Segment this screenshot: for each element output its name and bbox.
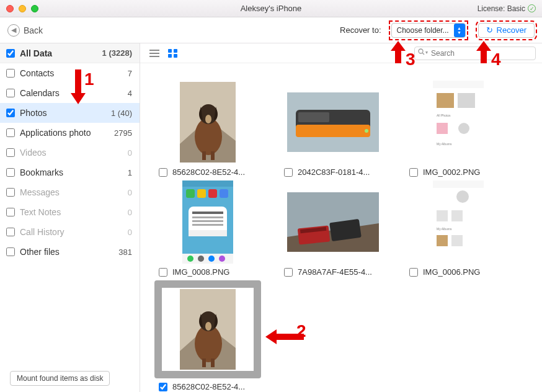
sidebar-item-checkbox[interactable] — [6, 148, 15, 157]
svg-rect-22 — [433, 81, 484, 88]
svg-rect-39 — [192, 224, 223, 226]
photo-checkbox[interactable] — [159, 383, 167, 391]
sidebar-item-checkbox[interactable] — [6, 89, 15, 97]
photo-caption: IMG_0008.PNG — [155, 267, 260, 277]
photo-item[interactable]: All PhotosMy AlbumsIMG_0002.PNG — [406, 81, 511, 177]
photo-item[interactable]: 85628C02-8E52-4... — [155, 81, 260, 177]
sidebar-item-videos[interactable]: Videos0 — [0, 143, 140, 163]
sidebar-item-call-history[interactable]: Call History0 — [0, 222, 140, 242]
photo-checkbox[interactable] — [159, 168, 167, 177]
svg-point-53 — [456, 190, 469, 203]
sidebar-item-checkbox[interactable] — [6, 109, 15, 117]
sidebar-item-label: Calendars — [20, 88, 60, 98]
svg-line-8 — [422, 53, 424, 55]
svg-point-13 — [205, 115, 211, 123]
photo-item[interactable]: 2042C83F-0181-4... — [280, 81, 386, 177]
sidebar-item-other-files[interactable]: Other files381 — [0, 242, 140, 262]
svg-rect-64 — [202, 359, 206, 367]
sidebar-item-checkbox[interactable] — [6, 208, 15, 216]
license-badge[interactable]: License: Basic ✓ — [478, 4, 536, 13]
photo-filename: IMG_0008.PNG — [172, 267, 230, 277]
svg-text:My Albums: My Albums — [437, 227, 452, 231]
minimize-window-button[interactable] — [19, 5, 26, 12]
sidebar-item-messages[interactable]: Messages0 — [0, 182, 140, 202]
sidebar-item-label: Photos — [20, 108, 47, 118]
svg-point-42 — [187, 256, 193, 262]
zoom-window-button[interactable] — [31, 5, 38, 12]
choose-folder-label: Choose folder... — [397, 26, 449, 35]
sidebar-item-checkbox[interactable] — [6, 69, 15, 78]
sidebar-item-label: Contacts — [20, 68, 54, 78]
license-label: License: Basic — [478, 4, 525, 13]
svg-rect-26 — [437, 123, 448, 134]
choose-folder-dropdown[interactable]: Choose folder... ▲▼ — [391, 23, 466, 38]
sidebar-item-checkbox[interactable] — [6, 49, 15, 58]
svg-point-44 — [208, 256, 215, 262]
photo-thumbnail: All PhotosMy Albums — [412, 81, 504, 164]
close-window-button[interactable] — [6, 5, 14, 12]
sidebar-item-bookmarks[interactable]: Bookmarks1 — [0, 163, 140, 182]
mount-items-button[interactable]: Mount found items as disk — [10, 371, 110, 386]
photo-caption: 7A98A7AF-4E55-4... — [280, 267, 386, 277]
sidebar-item-checkbox[interactable] — [6, 228, 15, 236]
photo-caption: 2042C83F-0181-4... — [280, 167, 386, 177]
recover-icon: ↻ — [486, 25, 493, 35]
svg-rect-55 — [451, 210, 463, 221]
photo-item[interactable]: 85628C02-8E52-4... — [155, 280, 260, 391]
sidebar-item-label: Bookmarks — [20, 167, 63, 177]
sidebar-item-text-notes[interactable]: Text Notes0 — [0, 202, 140, 222]
grid-icon — [168, 49, 178, 58]
photo-checkbox[interactable] — [409, 168, 418, 177]
grid-view-button[interactable] — [165, 47, 181, 60]
photo-filename: 2042C83F-0181-4... — [298, 167, 370, 177]
sidebar-item-label: Videos — [20, 148, 47, 158]
sidebar-item-count: 0 — [128, 148, 132, 158]
photo-caption: IMG_0006.PNG — [406, 267, 511, 277]
photo-caption: IMG_0002.PNG — [406, 167, 511, 177]
photo-checkbox[interactable] — [284, 168, 293, 177]
photo-item[interactable]: IMG_0008.PNG — [155, 180, 260, 277]
sidebar-item-count: 381 — [118, 247, 132, 257]
svg-text:All Photos: All Photos — [437, 114, 451, 117]
svg-rect-15 — [211, 151, 215, 160]
sidebar-item-applications-photo[interactable]: Applications photo2795 — [0, 123, 140, 143]
svg-rect-0 — [149, 50, 159, 51]
back-button[interactable]: ◀ Back — [7, 24, 43, 37]
svg-rect-37 — [192, 216, 223, 218]
svg-point-43 — [198, 256, 204, 262]
sidebar-item-label: Call History — [20, 227, 64, 237]
photo-filename: IMG_0002.PNG — [423, 167, 481, 177]
photo-checkbox[interactable] — [284, 268, 293, 277]
sidebar-item-count: 1 (3228) — [102, 48, 132, 58]
sidebar-item-contacts[interactable]: Contacts7 — [0, 63, 140, 83]
recover-button[interactable]: ↻ Recover — [478, 23, 535, 38]
svg-rect-54 — [437, 210, 448, 221]
sidebar-item-calendars[interactable]: Calendars4 — [0, 83, 140, 103]
chevron-down-icon: ▾ — [425, 50, 428, 55]
photo-caption: 85628C02-8E52-4... — [155, 167, 260, 177]
photo-thumbnail — [287, 81, 379, 164]
sidebar-item-checkbox[interactable] — [6, 128, 15, 137]
svg-rect-32 — [197, 189, 206, 198]
photo-item[interactable]: My AlbumsIMG_0006.PNG — [406, 180, 511, 277]
sidebar-item-checkbox[interactable] — [6, 247, 15, 256]
photo-filename: 85628C02-8E52-4... — [172, 167, 245, 177]
sidebar-item-all-data[interactable]: All Data1 (3228) — [0, 43, 140, 63]
sidebar-item-checkbox[interactable] — [6, 168, 15, 177]
search-input[interactable] — [414, 47, 536, 60]
photos-grid: 85628C02-8E52-4...2042C83F-0181-4...All … — [140, 63, 542, 392]
photo-checkbox[interactable] — [409, 268, 418, 277]
list-view-button[interactable] — [146, 47, 162, 60]
photo-item[interactable]: 7A98A7AF-4E55-4... — [280, 180, 386, 277]
photo-checkbox[interactable] — [159, 268, 167, 277]
sidebar-item-checkbox[interactable] — [6, 188, 15, 197]
svg-rect-36 — [192, 212, 223, 214]
sidebar-item-count: 0 — [128, 208, 132, 217]
sidebar-list: All Data1 (3228)Contacts7Calendars4Photo… — [0, 43, 140, 371]
toolbar: ◀ Back Recover to: Choose folder... ▲▼ ↻… — [0, 17, 542, 43]
photo-thumbnail: My Albums — [412, 180, 504, 264]
sidebar-item-count: 7 — [128, 69, 132, 78]
sidebar-item-photos[interactable]: Photos1 (40) — [0, 103, 140, 123]
photo-item-selected[interactable] — [154, 280, 261, 378]
photo-thumbnail — [287, 180, 379, 264]
